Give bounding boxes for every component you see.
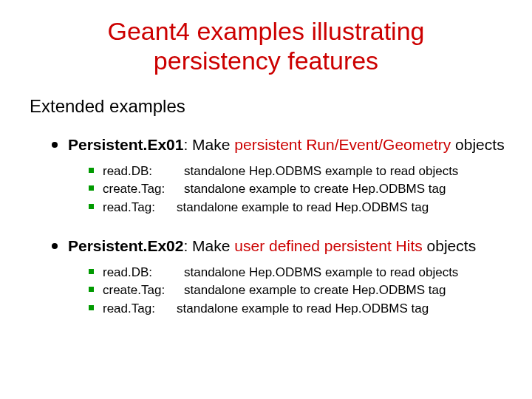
slide-subtitle: Extended examples [30, 96, 507, 117]
bullet-icon [52, 142, 58, 148]
title-line-2: persistency features [154, 47, 378, 75]
sub-text: standalone example to create Hep.ODBMS t… [184, 182, 446, 196]
sub-text: standalone example to read Hep.ODBMS tag [177, 301, 429, 316]
sublist: read.DB:standalone Hep.ODBMS example to … [89, 264, 507, 318]
sub-text: standalone example to read Hep.ODBMS tag [177, 200, 429, 214]
sub-label: read.DB: [103, 163, 184, 181]
sublist-item: read.DB:standalone Hep.ODBMS example to … [89, 264, 507, 282]
square-bullet-icon [89, 287, 94, 292]
square-bullet-icon [89, 185, 94, 191]
item-desc-highlight: user defined persistent Hits [234, 237, 422, 254]
item-desc-a: : Make [183, 237, 234, 254]
sub-text: standalone Hep.ODBMS example to read obj… [184, 265, 458, 279]
slide-title: Geant4 examples illustrating persistency… [25, 16, 507, 75]
sub-label: read.Tag: [103, 199, 177, 217]
item-name: Persistent.Ex02 [68, 237, 183, 254]
item-name: Persistent.Ex01 [68, 136, 183, 153]
sublist-item: read.DB:standalone Hep.ODBMS example to … [89, 163, 507, 181]
sublist-item: read.Tag:standalone example to read Hep.… [89, 199, 507, 217]
sublist: read.DB:standalone Hep.ODBMS example to … [89, 163, 507, 217]
list-item: Persistent.Ex02: Make user defined persi… [52, 236, 507, 256]
square-bullet-icon [89, 305, 94, 310]
sub-text: standalone example to create Hep.ODBMS t… [184, 283, 446, 297]
sublist-item: read.Tag:standalone example to read Hep.… [89, 300, 507, 318]
item-desc-b: objects [451, 136, 504, 153]
sublist-item: create.Tag:standalone example to create … [89, 282, 507, 300]
square-bullet-icon [89, 204, 94, 209]
slide: Geant4 examples illustrating persistency… [0, 0, 532, 399]
list-item: Persistent.Ex01: Make persistent Run/Eve… [52, 134, 507, 154]
sub-label: create.Tag: [103, 282, 184, 300]
sub-label: create.Tag: [103, 180, 184, 199]
square-bullet-icon [89, 168, 94, 173]
item-desc-b: objects [423, 237, 476, 254]
sub-text: standalone Hep.ODBMS example to read obj… [184, 164, 458, 178]
sub-label: read.Tag: [103, 300, 177, 318]
sub-label: read.DB: [103, 264, 184, 282]
sublist-item: create.Tag:standalone example to create … [89, 180, 507, 199]
item-desc-highlight: persistent Run/Event/Geometry [234, 136, 451, 153]
square-bullet-icon [89, 269, 94, 274]
item-desc-a: : Make [183, 136, 234, 153]
bullet-icon [52, 243, 58, 249]
title-line-1: Geant4 examples illustrating [107, 17, 424, 45]
